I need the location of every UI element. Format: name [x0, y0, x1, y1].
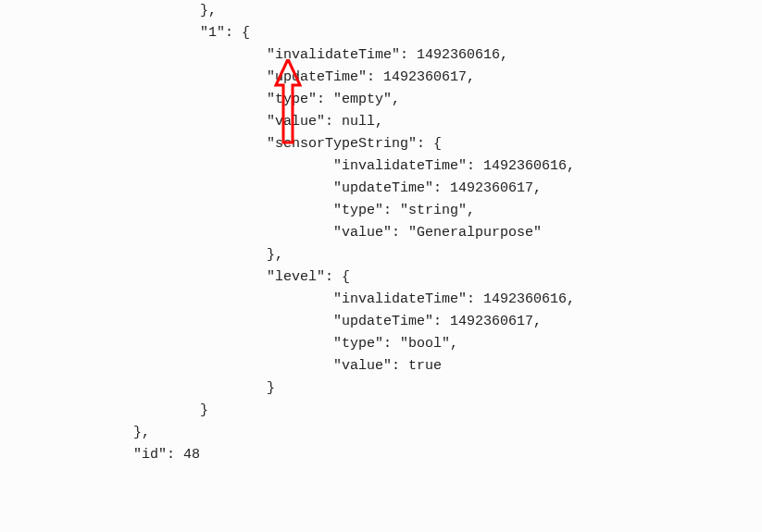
code-line: },	[0, 247, 283, 263]
code-line: }	[0, 402, 208, 418]
code-block: }, "1": { "invalidateTime": 1492360616, …	[0, 0, 762, 466]
code-line: "value": null,	[0, 114, 383, 130]
code-line: "type": "empty",	[0, 92, 400, 107]
code-line: "value": "Generalpurpose"	[0, 225, 542, 241]
code-line: "invalidateTime": 1492360616,	[0, 291, 575, 307]
code-line: },	[0, 425, 150, 440]
code-line: "sensorTypeString": {	[0, 136, 442, 152]
code-line: }	[0, 380, 275, 396]
code-line: "updateTime": 1492360617,	[0, 180, 542, 196]
code-line: "type": "string",	[0, 203, 475, 218]
code-line: "updateTime": 1492360617,	[0, 314, 542, 329]
code-line: "updateTime": 1492360617,	[0, 69, 475, 85]
code-line: "id": 48	[0, 447, 200, 463]
code-line: },	[0, 3, 217, 19]
code-line: "invalidateTime": 1492360616,	[0, 47, 508, 63]
code-pre: }, "1": { "invalidateTime": 1492360616, …	[0, 0, 762, 466]
code-line: "value": true	[0, 358, 442, 374]
code-line: "1": {	[0, 25, 250, 41]
code-line: "type": "bool",	[0, 336, 458, 352]
code-line: "level": {	[0, 269, 350, 285]
code-line: "invalidateTime": 1492360616,	[0, 158, 575, 174]
